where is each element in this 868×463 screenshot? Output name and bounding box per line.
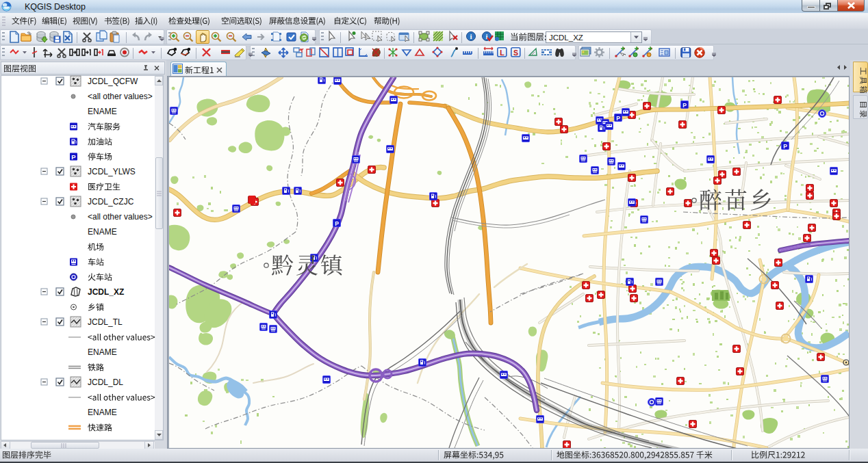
svg-text:P: P [783,143,787,150]
svg-text:P: P [335,220,339,227]
svg-text:P: P [616,115,620,122]
svg-text:P: P [682,102,687,109]
